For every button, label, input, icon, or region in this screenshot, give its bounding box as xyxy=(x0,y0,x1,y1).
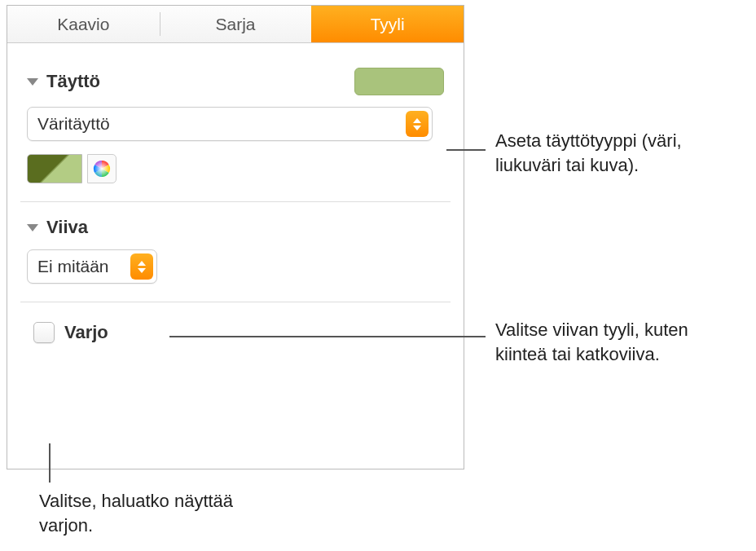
callout-line-fill xyxy=(446,149,486,151)
line-style-value: Ei mitään xyxy=(37,257,109,276)
line-title: Viiva xyxy=(46,217,88,238)
shadow-section: Varjo xyxy=(20,302,451,366)
tab-style[interactable]: Tyyli xyxy=(311,6,464,42)
tab-series[interactable]: Sarja xyxy=(160,6,312,42)
tab-bar: Kaavio Sarja Tyyli xyxy=(7,6,464,43)
color-wheel-icon xyxy=(92,159,112,179)
stepper-icon xyxy=(406,111,429,137)
fill-color-swatch[interactable] xyxy=(354,68,444,95)
fill-color-picker-row xyxy=(27,154,444,183)
color-wheel-button[interactable] xyxy=(87,154,116,183)
tab-chart[interactable]: Kaavio xyxy=(7,6,160,42)
panel-body: Täyttö Väritäyttö xyxy=(7,43,464,376)
line-section: Viiva Ei mitään xyxy=(20,201,451,302)
tab-style-label: Tyyli xyxy=(371,15,405,34)
fill-section: Täyttö Väritäyttö xyxy=(20,53,451,201)
callout-line: Valitse viivan tyyli, kuten kiinteä tai … xyxy=(495,318,740,366)
inspector-panel: Kaavio Sarja Tyyli Täyttö Väritäyttö xyxy=(7,5,464,469)
callout-fill: Aseta täyttötyyppi (väri, liukuväri tai … xyxy=(495,129,740,177)
callout-line-line xyxy=(169,336,486,337)
shadow-label: Varjo xyxy=(64,322,108,343)
tab-chart-label: Kaavio xyxy=(57,15,109,34)
fill-type-value: Väritäyttö xyxy=(37,114,110,134)
fill-gradient-swatch[interactable] xyxy=(27,154,82,183)
stepper-icon xyxy=(130,253,153,280)
shadow-checkbox[interactable] xyxy=(33,322,55,343)
disclosure-line[interactable] xyxy=(27,224,38,231)
fill-type-popup[interactable]: Väritäyttö xyxy=(27,107,433,141)
tab-series-label: Sarja xyxy=(215,15,255,34)
callout-shadow: Valitse, haluatko näyttää varjon. xyxy=(39,489,251,537)
disclosure-fill[interactable] xyxy=(27,78,38,86)
fill-title: Täyttö xyxy=(46,71,100,92)
line-style-popup[interactable]: Ei mitään xyxy=(27,249,157,284)
callout-line-shadow xyxy=(49,443,51,483)
svg-point-0 xyxy=(94,161,110,177)
